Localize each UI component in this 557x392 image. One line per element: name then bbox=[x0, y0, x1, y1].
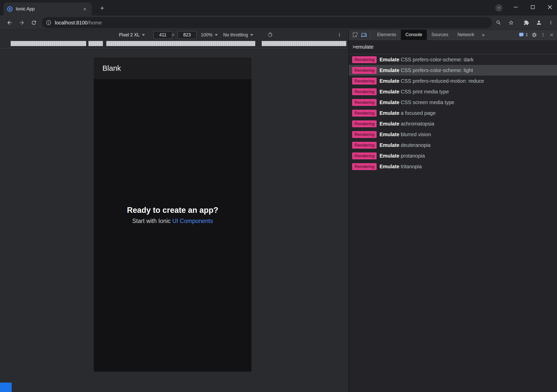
app-header: Blank bbox=[94, 58, 251, 79]
url-bar[interactable]: localhost:8100/home bbox=[42, 17, 492, 28]
throttling-select[interactable]: No throttling bbox=[223, 30, 253, 40]
command-suggestion[interactable]: Rendering Emulate CSS prefers-color-sche… bbox=[349, 54, 557, 65]
app-header-title: Blank bbox=[102, 64, 121, 73]
command-suggestion[interactable]: Rendering Emulate protanopia bbox=[349, 150, 557, 161]
tab-network[interactable]: Network bbox=[453, 30, 479, 40]
tab-strip: Ionic App bbox=[0, 0, 557, 16]
command-suggestion[interactable]: Rendering Emulate CSS prefers-color-sche… bbox=[349, 65, 557, 76]
dropdown-caret-icon bbox=[142, 34, 145, 36]
suggestion-rest: CSS print media type bbox=[399, 89, 449, 94]
suggestion-text: Emulate achromatopsia bbox=[379, 121, 434, 127]
device-toolbar: Pixel 2 XL × 100% No throttling bbox=[0, 30, 349, 40]
category-badge: Rendering bbox=[352, 163, 377, 170]
suggestion-text: Emulate CSS print media type bbox=[379, 89, 449, 95]
suggestion-rest: CSS screen media type bbox=[399, 100, 454, 105]
reload-button[interactable] bbox=[28, 17, 39, 28]
tab-elements[interactable]: Elements bbox=[373, 30, 401, 40]
zoom-select[interactable]: 100% bbox=[201, 30, 218, 40]
suggestion-match: Emulate bbox=[379, 121, 399, 127]
tab-console[interactable]: Console bbox=[401, 30, 427, 40]
more-tabs-icon[interactable]: » bbox=[479, 30, 488, 40]
bookmark-star-icon[interactable] bbox=[506, 17, 516, 28]
url-text: localhost:8100/home bbox=[55, 20, 102, 26]
command-suggestion[interactable]: Rendering Emulate a focused page bbox=[349, 108, 557, 118]
browser-menu-icon[interactable] bbox=[546, 17, 556, 28]
toolbar-divider bbox=[370, 32, 370, 38]
suggestion-match: Emulate bbox=[379, 164, 399, 169]
new-tab-button[interactable] bbox=[97, 3, 107, 13]
window-close-button[interactable] bbox=[542, 0, 557, 14]
window-maximize-button[interactable] bbox=[525, 0, 541, 14]
dropdown-caret-icon bbox=[250, 34, 253, 36]
tab-search-icon[interactable] bbox=[495, 4, 502, 11]
devtools-toolbar: Elements Console Sources Network » 1 bbox=[349, 30, 557, 40]
browser-tab[interactable]: Ionic App bbox=[4, 3, 92, 16]
ruler-segment bbox=[11, 41, 86, 46]
device-toolbar-menu-icon[interactable] bbox=[335, 30, 344, 40]
devtools-close-icon[interactable] bbox=[547, 31, 556, 39]
suggestion-rest: a focused page bbox=[399, 110, 435, 116]
command-suggestion[interactable]: Rendering Emulate CSS screen media type bbox=[349, 97, 557, 108]
category-badge: Rendering bbox=[352, 78, 377, 85]
suggestion-text: Emulate deuteranopia bbox=[379, 142, 430, 148]
suggestion-match: Emulate bbox=[379, 89, 399, 94]
command-suggestion-list: Rendering Emulate CSS prefers-color-sche… bbox=[349, 54, 557, 172]
ruler bbox=[0, 40, 349, 48]
ruler-corner bbox=[0, 40, 11, 48]
suggestion-text: Emulate CSS prefers-color-scheme: dark bbox=[379, 57, 473, 63]
suggestion-match: Emulate bbox=[379, 142, 399, 148]
extensions-puzzle-icon[interactable] bbox=[521, 17, 532, 28]
suggestion-rest: CSS prefers-color-scheme: light bbox=[399, 67, 473, 73]
command-suggestion[interactable]: Rendering Emulate CSS prefers-reduced-mo… bbox=[349, 76, 557, 86]
devtools-panel: Elements Console Sources Network » 1 bbox=[349, 30, 557, 392]
device-toolbar-toggle-icon[interactable] bbox=[360, 31, 368, 39]
device-width-input[interactable] bbox=[153, 31, 172, 39]
corner-blue-box bbox=[0, 383, 12, 392]
app-subtext-label: Start with Ionic bbox=[132, 218, 171, 224]
issues-counter[interactable]: 1 bbox=[517, 32, 530, 37]
suggestion-rest: tritanopia bbox=[399, 164, 422, 169]
suggestion-match: Emulate bbox=[379, 153, 399, 159]
tab-close-icon[interactable] bbox=[82, 6, 88, 12]
suggestion-text: Emulate a focused page bbox=[379, 110, 435, 116]
site-info-icon[interactable] bbox=[46, 20, 51, 25]
ui-components-link[interactable]: UI Components bbox=[172, 218, 213, 224]
command-suggestion[interactable]: Rendering Emulate CSS print media type bbox=[349, 86, 557, 97]
category-badge: Rendering bbox=[352, 110, 377, 117]
issues-count: 1 bbox=[526, 32, 528, 37]
suggestion-text: Emulate CSS screen media type bbox=[379, 100, 454, 105]
command-suggestion[interactable]: Rendering Emulate deuteranopia bbox=[349, 140, 557, 150]
zoom-icon[interactable] bbox=[493, 17, 504, 28]
zoom-select-value: 100% bbox=[201, 32, 213, 38]
rotate-device-icon[interactable] bbox=[266, 30, 275, 40]
command-suggestion[interactable]: Rendering Emulate blurred vision bbox=[349, 129, 557, 140]
suggestion-rest: blurred vision bbox=[399, 132, 431, 137]
tab-sources[interactable]: Sources bbox=[427, 30, 453, 40]
browser-toolbar: localhost:8100/home bbox=[0, 16, 557, 30]
throttling-select-value: No throttling bbox=[223, 32, 248, 38]
app-subtext: Start with Ionic UI Components bbox=[94, 218, 251, 225]
suggestion-rest: CSS prefers-color-scheme: dark bbox=[399, 57, 473, 62]
command-query: >emulate bbox=[352, 44, 374, 50]
category-badge: Rendering bbox=[352, 67, 377, 74]
window-minimize-button[interactable] bbox=[508, 0, 524, 14]
suggestion-match: Emulate bbox=[379, 100, 399, 105]
tab-title: Ionic App bbox=[16, 6, 82, 12]
back-button[interactable] bbox=[4, 17, 15, 28]
settings-gear-icon[interactable] bbox=[530, 31, 539, 39]
profile-icon[interactable] bbox=[534, 17, 544, 28]
category-badge: Rendering bbox=[352, 152, 377, 159]
command-suggestion[interactable]: Rendering Emulate tritanopia bbox=[349, 161, 557, 172]
suggestion-text: Emulate tritanopia bbox=[379, 164, 422, 170]
inspect-icon[interactable] bbox=[351, 31, 360, 39]
suggestion-rest: CSS prefers-reduced-motion: reduce bbox=[399, 78, 484, 84]
issues-bubble-icon bbox=[519, 32, 524, 37]
suggestion-match: Emulate bbox=[379, 78, 399, 84]
device-height-input[interactable] bbox=[178, 31, 196, 39]
command-menu-input[interactable]: >emulate bbox=[349, 40, 557, 54]
category-badge: Rendering bbox=[352, 99, 377, 106]
device-select[interactable]: Pixel 2 XL bbox=[119, 30, 145, 40]
command-suggestion[interactable]: Rendering Emulate achromatopsia bbox=[349, 118, 557, 129]
forward-button[interactable] bbox=[16, 17, 27, 28]
devtools-menu-icon[interactable] bbox=[539, 31, 547, 39]
